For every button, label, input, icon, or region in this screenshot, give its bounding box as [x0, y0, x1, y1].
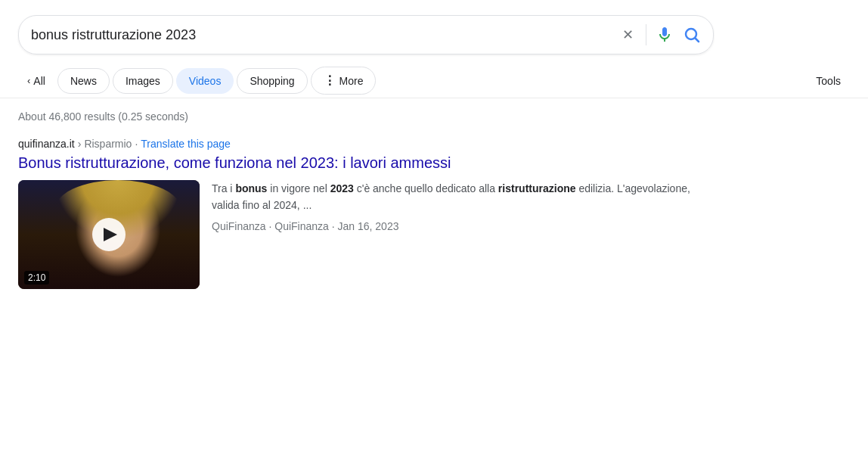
result-breadcrumb: quifinanza.it › Risparmio · Translate th… [18, 138, 699, 150]
tab-shopping-label: Shopping [250, 75, 294, 87]
search-input[interactable] [31, 27, 610, 43]
svg-line-1 [696, 39, 699, 42]
chevron-left-icon: ‹ [27, 75, 30, 86]
result-title-link[interactable]: Bonus ristrutturazione, come funziona ne… [18, 153, 699, 173]
result-body: 2:10 Tra i bonus in vigore nel 2023 c'è … [18, 180, 699, 289]
tab-images[interactable]: Images [113, 68, 173, 94]
search-bar-area: ✕ [0, 0, 868, 64]
video-thumbnail[interactable]: 2:10 [18, 180, 200, 289]
tools-label: Tools [816, 75, 841, 87]
more-dots-icon: ⋮ [324, 73, 336, 88]
search-divider [646, 24, 646, 45]
search-submit-icon[interactable] [683, 26, 701, 44]
tab-videos[interactable]: Videos [176, 68, 234, 94]
tools-button[interactable]: Tools [807, 69, 850, 93]
results-area: About 46,800 results (0.25 seconds) quif… [0, 98, 868, 307]
breadcrumb-path: Risparmio [84, 138, 132, 150]
video-duration: 2:10 [24, 271, 49, 285]
breadcrumb-dot: · [135, 138, 138, 150]
result-snippet: Tra i bonus in vigore nel 2023 c'è anche… [212, 180, 699, 214]
tab-news[interactable]: News [57, 68, 110, 94]
tab-shopping[interactable]: Shopping [237, 68, 307, 94]
clear-icon[interactable]: ✕ [619, 23, 637, 46]
result-meta: QuiFinanza · QuiFinanza · Jan 16, 2023 [212, 220, 699, 232]
results-stats: About 46,800 results (0.25 seconds) [18, 110, 850, 123]
tab-images-label: Images [126, 75, 160, 87]
result-text-block: Tra i bonus in vigore nel 2023 c'è anche… [212, 180, 699, 232]
play-button[interactable] [92, 218, 126, 251]
tab-all-label: All [33, 75, 45, 87]
mic-icon[interactable] [656, 26, 674, 44]
tabs-row: ‹ All News Images Videos Shopping ⋮ More… [0, 64, 868, 98]
search-box: ✕ [18, 15, 714, 54]
tab-more[interactable]: ⋮ More [311, 67, 377, 95]
breadcrumb-sep: › [78, 138, 82, 150]
tab-all[interactable]: ‹ All [18, 69, 54, 93]
result-item: quifinanza.it › Risparmio · Translate th… [18, 138, 699, 289]
translate-this-page-link[interactable]: Translate this page [141, 138, 231, 150]
tab-news-label: News [70, 75, 97, 87]
tab-videos-label: Videos [189, 75, 222, 87]
result-site: quifinanza.it [18, 138, 75, 150]
tab-more-label: More [339, 75, 364, 87]
